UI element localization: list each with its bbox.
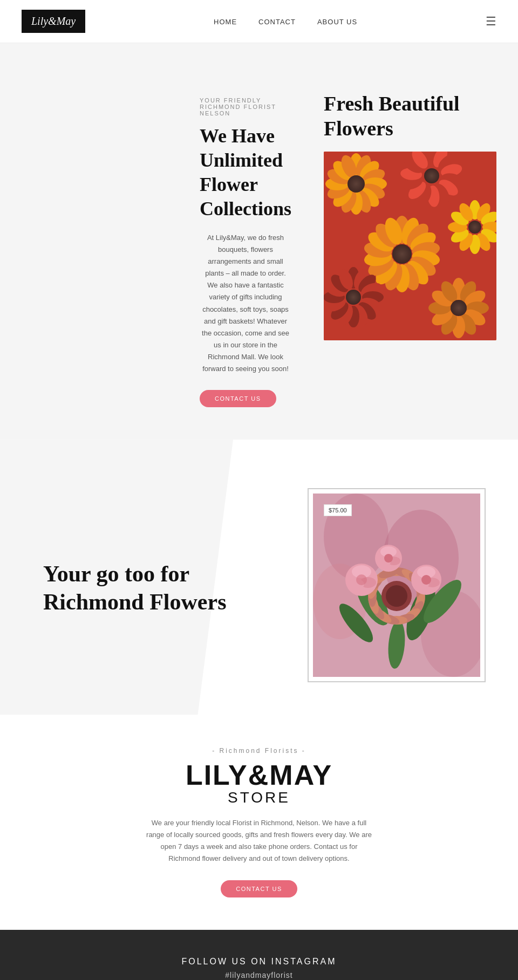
store-brand: LILY&MAY [146, 761, 372, 789]
logo[interactable]: Lily&May [22, 10, 85, 33]
nav-links: HOME CONTACT ABOUT US [214, 17, 357, 26]
store-description: We are your friendly local Florist in Ri… [146, 817, 372, 865]
nav-link-about[interactable]: ABOUT US [317, 18, 357, 26]
flowers-title: Fresh Beautiful Flowers [324, 92, 496, 141]
store-section: - Richmond Florists - LILY&MAY STORE We … [0, 715, 518, 929]
instagram-handle[interactable]: #lilyandmayflorist [22, 971, 496, 979]
svg-point-136 [421, 575, 431, 585]
logo-text: Lily&May [31, 15, 76, 27]
flowers-image [324, 152, 496, 340]
hero-contact-button[interactable]: CONTACT US [200, 390, 276, 407]
svg-point-126 [386, 585, 407, 607]
svg-point-81 [346, 290, 361, 305]
richmond-title: Your go too for Richmond Flowers [43, 560, 254, 616]
store-content: - Richmond Florists - LILY&MAY STORE We … [146, 747, 372, 897]
hero-left: YOUR FRIENDLY RICHMOND FLORIST NELSON We… [200, 86, 291, 407]
nav-item-home[interactable]: HOME [214, 17, 237, 26]
bouquet-frame: $75.00 [308, 488, 486, 682]
svg-point-17 [347, 175, 365, 193]
navigation: Lily&May HOME CONTACT ABOUT US ☰ [0, 0, 518, 43]
nav-item-about[interactable]: ABOUT US [317, 17, 357, 26]
hero-title: We Have Unlimited Flower Collections [200, 124, 291, 221]
hero-right: Fresh Beautiful Flowers [324, 86, 496, 340]
store-contact-button[interactable]: CONTACT US [221, 880, 297, 897]
svg-point-32 [424, 168, 439, 183]
richmond-left: Your go too for Richmond Flowers [22, 538, 254, 616]
hero-subtitle: YOUR FRIENDLY RICHMOND FLORIST NELSON [200, 97, 291, 116]
svg-point-131 [356, 574, 367, 585]
hero-description: At Lily&May, we do fresh bouquets, flowe… [200, 232, 291, 375]
price-tag: $75.00 [324, 504, 352, 516]
instagram-title: FOLLOW US ON INSTAGRAM [22, 957, 496, 967]
bouquet-image: $75.00 [313, 494, 480, 677]
bouquet-svg [313, 494, 480, 677]
richmond-section: Your go too for Richmond Flowers $75.00 [0, 440, 518, 715]
hamburger-icon[interactable]: ☰ [486, 15, 496, 29]
flowers-svg [324, 152, 496, 340]
nav-link-home[interactable]: HOME [214, 18, 237, 26]
svg-point-141 [384, 554, 393, 563]
hero-section: YOUR FRIENDLY RICHMOND FLORIST NELSON We… [0, 43, 518, 440]
store-word: STORE [146, 789, 372, 806]
richmond-right: $75.00 [286, 472, 496, 682]
instagram-section: FOLLOW US ON INSTAGRAM #lilyandmayfloris… [0, 930, 518, 981]
svg-point-64 [392, 244, 412, 264]
svg-point-94 [451, 300, 467, 316]
svg-point-45 [468, 221, 481, 234]
nav-link-contact[interactable]: CONTACT [258, 18, 296, 26]
nav-item-contact[interactable]: CONTACT [258, 17, 296, 26]
store-subtitle: - Richmond Florists - [146, 747, 372, 755]
